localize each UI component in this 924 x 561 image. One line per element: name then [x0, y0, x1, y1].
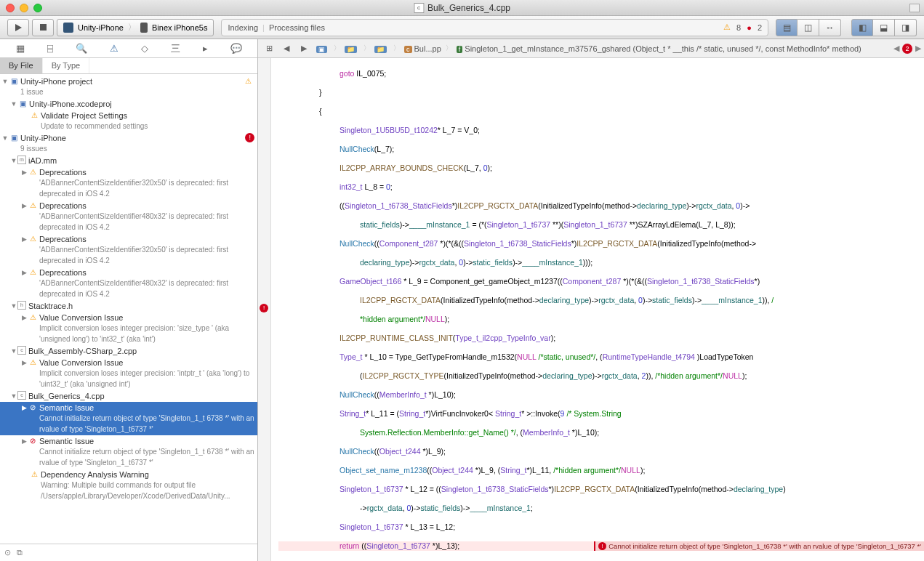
- err-icon: ●: [747, 23, 752, 32]
- validate-settings-item[interactable]: ⚠ Validate Project SettingsUpdate to rec…: [0, 110, 257, 132]
- inline-error[interactable]: Cannot initialize return object of type …: [594, 541, 924, 551]
- crumb-file[interactable]: cBul...pp: [401, 43, 444, 55]
- crumb-project[interactable]: ▣: [313, 43, 332, 55]
- zoom-window-button[interactable]: [33, 4, 42, 12]
- window-title: c Bulk_Generics_4.cpp: [414, 3, 510, 13]
- file-iad[interactable]: ▼m iAD.mm: [0, 155, 257, 166]
- issue-navigator: ▦ ⌸ 🔍 ⚠ ◇ 三 ▸ 💬 By File By Type ▼▣ Unity…: [0, 39, 258, 561]
- stacktrace-vc[interactable]: ▶⚠ Value Conversion IssueImplicit conver…: [0, 312, 257, 345]
- file-stacktrace[interactable]: ▼h Stacktrace.h: [0, 300, 257, 312]
- iad-dep1[interactable]: ▶⚠ Deprecations'ADBannerContentSizeIdent…: [0, 166, 257, 200]
- crumb-folder2[interactable]: 📁: [371, 43, 392, 55]
- bulk2-vc[interactable]: ▶⚠ Value Conversion IssueImplicit conver…: [0, 357, 257, 390]
- window-controls: [0, 4, 42, 12]
- status-activity: Indexing: [228, 23, 258, 32]
- fullscreen-button[interactable]: [909, 4, 920, 12]
- target-header[interactable]: ▼▣ Unity-iPhone9 issues !: [0, 132, 257, 155]
- editor: ⊞ ◀ ▶ ▣〉 📁〉 📁〉 cBul...pp〉 fSingleton_1_g…: [258, 39, 924, 561]
- titlebar: c Bulk_Generics_4.cpp: [0, 0, 924, 16]
- debug-nav-icon[interactable]: 三: [171, 42, 180, 55]
- project-header[interactable]: ▼▣ Unity-iPhone project1 issue ⚠: [0, 76, 257, 98]
- status-err-count[interactable]: 2: [758, 23, 762, 32]
- gutter: !: [258, 58, 271, 561]
- back-button[interactable]: ◀: [278, 41, 294, 56]
- window-title-text: Bulk_Generics_4.cpp: [427, 3, 510, 13]
- issue-scope-tabs: By File By Type: [0, 58, 257, 74]
- project-nav-icon[interactable]: ▦: [16, 43, 25, 54]
- jump-bar: ⊞ ◀ ▶ ▣〉 📁〉 📁〉 cBul...pp〉 fSingleton_1_g…: [258, 39, 924, 58]
- code-area: ! goto IL_0075; } { Singleton_1U5BU5D_t1…: [258, 58, 924, 561]
- play-icon: [15, 24, 22, 31]
- warn-icon: ⚠: [723, 23, 731, 32]
- device-icon: [140, 23, 148, 33]
- iad-dep3[interactable]: ▶⚠ Deprecations'ADBannerContentSizeIdent…: [0, 233, 257, 267]
- source-code[interactable]: goto IL_0075; } { Singleton_1U5BU5D_t102…: [271, 58, 924, 561]
- xcodeproj-item[interactable]: ▼▣ Unity-iPhone.xcodeproj: [0, 98, 257, 110]
- clock-icon[interactable]: ⊙: [4, 548, 11, 557]
- bulk4-sem1[interactable]: ▶⊘ Semantic IssueCannot initialize retur…: [0, 402, 257, 435]
- bulk4-sem2[interactable]: ▶⊘ Semantic IssueCannot initialize retur…: [0, 435, 257, 469]
- toggle-utilities-button[interactable]: ◨: [895, 19, 917, 36]
- activity-view: Indexing | Processing files ⚠8 ●2: [221, 19, 768, 36]
- filter-bar: ⊙ ⧉: [0, 544, 257, 561]
- bulk4-dep[interactable]: ⚠ Dependency Analysis WarningWarning: Mu…: [0, 469, 257, 502]
- tab-by-file[interactable]: By File: [0, 58, 43, 73]
- related-items-button[interactable]: ⊞: [261, 41, 277, 56]
- filter-input[interactable]: [28, 549, 253, 557]
- crumb-folder[interactable]: 📁: [342, 43, 362, 55]
- toolbar: Unity-iPhone 〉 Binex iPhone5s Indexing |…: [0, 16, 924, 39]
- assistant-editor-button[interactable]: ◫: [798, 19, 819, 36]
- scheme-target: Unity-iPhone: [78, 23, 124, 32]
- crumb-function[interactable]: fSingleton_1_get_mInstance_m37576_gshare…: [454, 43, 864, 55]
- next-issue-button[interactable]: ▶: [915, 44, 921, 53]
- issue-count[interactable]: 2: [902, 44, 912, 54]
- issue-nav-icon[interactable]: ⚠: [110, 43, 118, 54]
- file-bulk4[interactable]: ▼c Bulk_Generics_4.cpp: [0, 390, 257, 402]
- filter-icon[interactable]: ⧉: [17, 548, 23, 557]
- close-window-button[interactable]: [6, 4, 15, 12]
- run-button[interactable]: [7, 19, 29, 36]
- toggle-navigator-button[interactable]: ◧: [851, 19, 873, 36]
- prev-issue-button[interactable]: ◀: [893, 44, 899, 53]
- report-nav-icon[interactable]: 💬: [230, 43, 242, 54]
- panels-group: ◧ ⬓ ◨: [851, 19, 917, 36]
- issue-tree: ▼▣ Unity-iPhone project1 issue ⚠ ▼▣ Unit…: [0, 74, 257, 544]
- err-count-badge: !: [245, 133, 254, 142]
- forward-button[interactable]: ▶: [296, 41, 312, 56]
- stop-button[interactable]: [32, 19, 54, 36]
- test-nav-icon[interactable]: ◇: [141, 43, 148, 54]
- standard-editor-button[interactable]: ▤: [776, 19, 798, 36]
- iad-dep2[interactable]: ▶⚠ Deprecations'ADBannerContentSizeIdent…: [0, 200, 257, 233]
- iad-dep4[interactable]: ▶⚠ Deprecations'ADBannerContentSizeIdent…: [0, 267, 257, 300]
- minimize-window-button[interactable]: [20, 4, 28, 12]
- gutter-error-icon[interactable]: !: [260, 304, 268, 312]
- status-task: Processing files: [269, 23, 325, 32]
- cpp-file-icon: c: [414, 3, 424, 13]
- tab-by-type[interactable]: By Type: [43, 58, 90, 73]
- symbol-nav-icon[interactable]: ⌸: [47, 43, 53, 54]
- app-icon: [63, 23, 73, 33]
- scheme-device: Binex iPhone5s: [152, 23, 207, 32]
- scheme-selector[interactable]: Unity-iPhone 〉 Binex iPhone5s: [57, 19, 214, 36]
- version-editor-button[interactable]: ↔: [819, 19, 841, 36]
- status-warn-count[interactable]: 8: [736, 23, 741, 32]
- file-bulk2[interactable]: ▼c Bulk_Assembly-CSharp_2.cpp: [0, 345, 257, 357]
- find-nav-icon[interactable]: 🔍: [76, 43, 87, 54]
- breakpoint-nav-icon[interactable]: ▸: [203, 43, 208, 54]
- navigator-selector: ▦ ⌸ 🔍 ⚠ ◇ 三 ▸ 💬: [0, 39, 257, 58]
- toggle-debug-button[interactable]: ⬓: [873, 19, 895, 36]
- stop-icon: [40, 24, 47, 31]
- editor-mode-group: ▤ ◫ ↔: [776, 19, 841, 36]
